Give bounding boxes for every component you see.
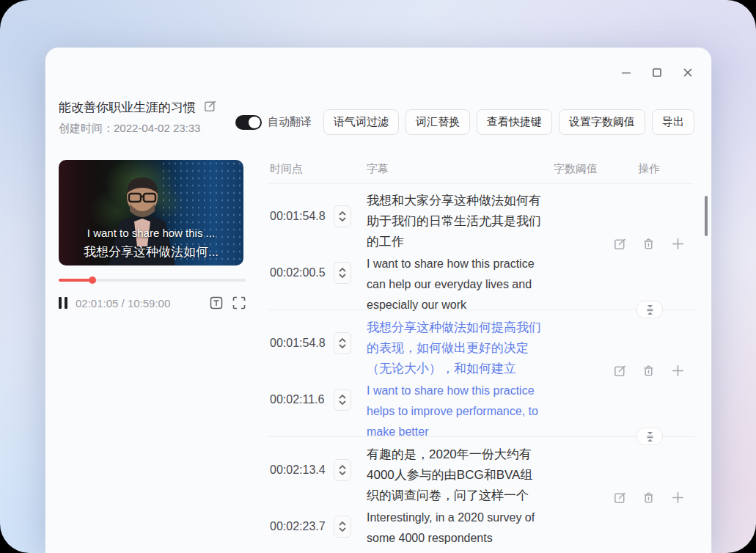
timestamp-stepper[interactable] <box>334 332 351 354</box>
chevron-up-icon <box>339 268 346 272</box>
merge-icon <box>646 432 654 442</box>
merge-rows-button[interactable] <box>636 428 663 445</box>
close-button[interactable] <box>680 65 695 80</box>
toolbar-button[interactable]: 词汇替换 <box>405 109 470 135</box>
timestamp-cn: 00:01:54.8 <box>270 337 326 350</box>
row-actions <box>613 236 686 252</box>
maximize-button[interactable] <box>650 65 664 80</box>
timestamp-en: 00:02:00.5 <box>270 266 326 279</box>
edit-row-button[interactable] <box>613 364 627 378</box>
delete-row-button[interactable] <box>642 491 656 505</box>
trash-icon <box>642 364 656 378</box>
chevron-down-icon <box>339 400 346 405</box>
edit-icon <box>203 99 217 113</box>
auto-translate-toggle-group: 自动翻译 <box>235 115 312 130</box>
timestamp-stepper[interactable] <box>334 205 351 227</box>
page-title: 能改善你职业生涯的习惯 <box>59 99 196 116</box>
window-controls <box>619 65 695 80</box>
trash-icon <box>642 237 656 251</box>
timestamp-en: 00:02:23.7 <box>270 520 326 533</box>
video-player[interactable]: I want to share how this ... 我想分享这种做法如何.… <box>59 160 243 265</box>
timestamp-stepper[interactable] <box>334 516 351 538</box>
trash-icon <box>642 491 656 505</box>
subtitle-row: 00:02:13.4 有趣的是，2020年一份大约有4000人参与的由BCG和B… <box>270 437 695 553</box>
toolbar: 自动翻译 语气词过滤词汇替换查看快捷键设置字数阈值导出 <box>235 109 694 135</box>
chevron-down-icon <box>339 527 346 532</box>
pause-button[interactable] <box>59 297 67 309</box>
progress-fill <box>59 279 92 282</box>
add-row-button[interactable] <box>670 363 686 378</box>
edit-icon <box>613 237 627 251</box>
video-progress-bar[interactable] <box>59 276 246 284</box>
subtitle-toggle-button[interactable] <box>210 296 223 310</box>
subtitle-text-cn[interactable]: 我想和大家分享这种做法如何有助于我们的日常生活尤其是我们的工作 <box>367 191 545 249</box>
player-controls: 02:01:05 / 10:59:00 <box>59 294 246 312</box>
desktop-background: 能改善你职业生涯的习惯 创建时间：2022-04-02 23:33 自动翻译 语… <box>0 0 756 553</box>
subtitle-row: 00:01:54.8 我想分享这种做法如何提高我们的表现，如何做出更好的决定（无… <box>270 310 695 437</box>
video-subtitle-en: I want to share how this ... <box>59 227 243 239</box>
time-display: 02:01:05 / 10:59:00 <box>76 297 170 310</box>
chevron-up-icon <box>339 465 346 469</box>
created-time-label: 创建时间：2022-04-02 23:33 <box>59 122 200 136</box>
toolbar-button[interactable]: 语气词过滤 <box>323 109 399 135</box>
chevron-down-icon <box>339 217 346 221</box>
timestamp-cn: 00:02:13.4 <box>270 464 326 477</box>
timestamp-en: 00:02:11.6 <box>270 393 324 406</box>
timestamp-stepper[interactable] <box>334 262 351 284</box>
chevron-down-icon <box>339 471 346 475</box>
subtitle-text-cn[interactable]: 我想分享这种做法如何提高我们的表现，如何做出更好的决定（无论大小），和如何建立 <box>367 318 545 376</box>
row-actions <box>613 490 686 505</box>
chevron-down-icon <box>339 344 346 348</box>
plus-icon <box>670 363 686 378</box>
minimize-button[interactable] <box>619 65 634 80</box>
toolbar-button[interactable]: 导出 <box>652 109 694 135</box>
add-row-button[interactable] <box>670 236 686 252</box>
merge-icon <box>646 305 654 315</box>
plus-icon <box>670 490 686 505</box>
subtitle-text-cn[interactable]: 有趣的是，2020年一份大约有4000人参与的由BCG和BVA组织的调查问卷，问… <box>367 444 545 502</box>
edit-icon <box>613 491 627 505</box>
chevron-up-icon <box>339 395 346 399</box>
minimize-icon <box>620 67 632 78</box>
scrollbar-thumb[interactable] <box>705 196 708 236</box>
edit-icon <box>613 364 627 378</box>
toggle-knob <box>249 117 260 128</box>
delete-row-button[interactable] <box>642 237 656 251</box>
auto-translate-toggle[interactable] <box>235 115 262 130</box>
col-header-actions: 操作 <box>638 162 660 176</box>
subtitle-text-en[interactable]: I want to share how this practice can he… <box>367 254 545 312</box>
timestamp-stepper[interactable] <box>334 459 351 481</box>
plus-icon <box>670 236 686 252</box>
text-icon <box>210 296 223 310</box>
subtitle-text-en[interactable]: Interestingly, in a 2020 survey of some … <box>367 508 545 553</box>
edit-title-button[interactable] <box>203 99 217 116</box>
col-header-threshold: 字数阈值 <box>554 162 598 176</box>
delete-row-button[interactable] <box>642 364 656 378</box>
chevron-up-icon <box>339 338 346 343</box>
edit-row-button[interactable] <box>613 491 627 505</box>
close-icon <box>682 67 694 78</box>
fullscreen-button[interactable] <box>232 296 246 310</box>
merge-rows-button[interactable] <box>636 301 663 318</box>
app-window: 能改善你职业生涯的习惯 创建时间：2022-04-02 23:33 自动翻译 语… <box>45 48 711 553</box>
fullscreen-icon <box>232 296 246 310</box>
timestamp-stepper[interactable] <box>334 389 351 411</box>
col-header-time: 时间点 <box>270 162 303 176</box>
toolbar-buttons: 语气词过滤词汇替换查看快捷键设置字数阈值导出 <box>323 109 694 135</box>
chevron-up-icon <box>339 211 346 216</box>
toolbar-button[interactable]: 查看快捷键 <box>477 109 552 135</box>
chevron-down-icon <box>339 274 346 278</box>
progress-handle[interactable] <box>89 276 96 284</box>
video-subtitle-cn: 我想分享这种做法如何... <box>59 243 243 260</box>
subtitle-list: 00:01:54.8 我想和大家分享这种做法如何有助于我们的日常生活尤其是我们的… <box>270 183 695 553</box>
maximize-icon <box>651 67 663 78</box>
edit-row-button[interactable] <box>613 237 627 251</box>
subtitle-text-en[interactable]: I want to share how this practice helps … <box>367 381 545 439</box>
toolbar-button[interactable]: 设置字数阈值 <box>559 109 645 135</box>
add-row-button[interactable] <box>670 490 686 505</box>
row-actions <box>613 363 686 378</box>
chevron-up-icon <box>339 521 346 526</box>
subtitle-row: 00:01:54.8 我想和大家分享这种做法如何有助于我们的日常生活尤其是我们的… <box>270 183 695 310</box>
document-header: 能改善你职业生涯的习惯 <box>59 99 217 116</box>
col-header-subtitle: 字幕 <box>367 162 389 176</box>
